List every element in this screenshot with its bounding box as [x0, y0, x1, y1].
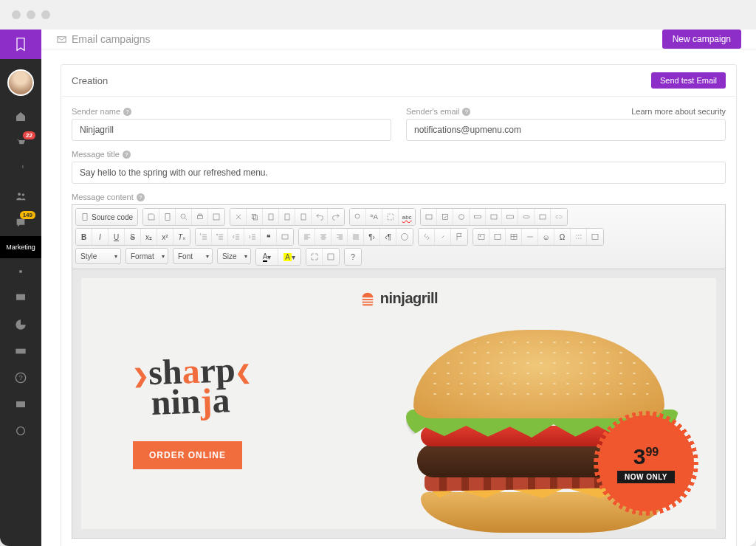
sidebar-item-billing[interactable]	[0, 338, 41, 364]
select-button[interactable]	[502, 209, 518, 225]
outdent-button[interactable]	[228, 229, 244, 245]
paste-button[interactable]	[263, 209, 279, 225]
size-select[interactable]: Size	[217, 248, 251, 264]
bg-color-button[interactable]: A ▾	[278, 249, 300, 265]
ltr-button[interactable]: ¶›	[364, 229, 380, 245]
italic-button[interactable]: I	[92, 229, 109, 245]
sidebar-item-menu[interactable]	[0, 156, 41, 183]
radio-button[interactable]	[453, 209, 470, 225]
indent-button[interactable]	[244, 229, 261, 245]
sidebar-item-home[interactable]	[0, 103, 41, 130]
anchor-button[interactable]	[451, 229, 467, 245]
pagebreak-button[interactable]	[571, 229, 587, 245]
subscript-button[interactable]: x₂	[141, 229, 157, 245]
div-button[interactable]	[277, 229, 293, 245]
align-center-button[interactable]	[315, 229, 331, 245]
message-title-input[interactable]	[72, 162, 726, 184]
paste-word-button[interactable]	[295, 209, 312, 225]
help-icon[interactable]: ?	[462, 108, 470, 116]
sidebar-item-marketing[interactable]: Marketing	[0, 236, 41, 258]
svg-rect-28	[491, 215, 497, 219]
svg-rect-24	[426, 215, 432, 219]
undo-button[interactable]	[312, 209, 328, 225]
unlink-button[interactable]	[435, 229, 451, 245]
clear-format-button[interactable]: Tₓ	[173, 229, 190, 245]
align-right-button[interactable]	[331, 229, 348, 245]
image-button-button[interactable]	[535, 209, 551, 225]
sidebar-item-inbox[interactable]	[0, 391, 41, 418]
superscript-button[interactable]: x²	[157, 229, 173, 245]
paste-text-button[interactable]	[279, 209, 295, 225]
security-link[interactable]: Learn more about security	[631, 107, 726, 116]
blocks-icon	[326, 252, 335, 261]
hidden-button[interactable]	[551, 209, 567, 225]
maximize-button[interactable]	[306, 249, 323, 265]
rtl-button[interactable]: ‹¶	[380, 229, 396, 245]
traffic-light-min[interactable]	[27, 10, 35, 19]
blocks-button[interactable]	[323, 249, 339, 265]
strike-button[interactable]: S	[125, 229, 141, 245]
traffic-light-max[interactable]	[41, 10, 50, 19]
replace-button[interactable]: ᵇA	[366, 209, 382, 225]
special-char-button[interactable]: Ω	[554, 229, 571, 245]
save-button[interactable]	[143, 209, 159, 225]
selectall-button[interactable]	[382, 209, 399, 225]
button-button[interactable]	[518, 209, 535, 225]
avatar[interactable]	[7, 69, 34, 96]
sidebar-item-reports[interactable]	[0, 311, 41, 338]
spellcheck-button[interactable]: abc	[399, 209, 415, 225]
sender-email-input[interactable]	[406, 119, 726, 141]
style-select[interactable]: Style	[75, 248, 121, 264]
about-button[interactable]: ?	[345, 249, 361, 265]
flash-button[interactable]	[489, 229, 506, 245]
sidebar-item-settings[interactable]	[0, 258, 41, 285]
underline-button[interactable]: U	[109, 229, 125, 245]
order-online-button[interactable]: ORDER ONLINE	[133, 441, 242, 469]
send-test-button[interactable]: Send test Email	[651, 72, 726, 89]
bold-button[interactable]: B	[76, 229, 92, 245]
sidebar-logo[interactable]	[0, 30, 41, 59]
iframe-button[interactable]	[587, 229, 603, 245]
textarea-button[interactable]	[486, 209, 502, 225]
help-icon[interactable]: ?	[123, 151, 131, 159]
align-left-button[interactable]	[299, 229, 315, 245]
sidebar-item-users[interactable]	[0, 183, 41, 210]
justify-button[interactable]	[348, 229, 364, 245]
preview-button[interactable]	[176, 209, 192, 225]
hr-button[interactable]	[522, 229, 538, 245]
new-doc-button[interactable]	[159, 209, 176, 225]
find-button[interactable]	[350, 209, 366, 225]
sidebar-item-chat[interactable]: 149	[0, 210, 41, 236]
image-button[interactable]	[473, 229, 489, 245]
blockquote-button[interactable]: ❝	[261, 229, 277, 245]
sidebar-item-other[interactable]	[0, 418, 41, 444]
copy-button[interactable]	[247, 209, 263, 225]
help-icon[interactable]: ?	[123, 108, 131, 116]
sender-name-input[interactable]	[72, 119, 391, 141]
source-code-button[interactable]: Source code	[76, 209, 137, 225]
ul-button[interactable]	[212, 229, 228, 245]
template-button[interactable]	[208, 209, 224, 225]
sidebar-item-display[interactable]	[0, 285, 41, 311]
align-right-icon	[335, 232, 344, 241]
link-button[interactable]	[419, 229, 435, 245]
ol-button[interactable]: 1	[196, 229, 212, 245]
smiley-button[interactable]: ☺	[538, 229, 554, 245]
cut-button[interactable]	[230, 209, 247, 225]
format-select[interactable]: Format	[126, 248, 168, 264]
traffic-light-close[interactable]	[12, 10, 21, 19]
help-icon[interactable]: ?	[137, 193, 145, 201]
sidebar-item-help[interactable]: ?	[0, 364, 41, 391]
language-button[interactable]	[396, 229, 413, 245]
table-button[interactable]	[506, 229, 522, 245]
sidebar-item-cart[interactable]: 22	[0, 130, 41, 156]
redo-button[interactable]	[328, 209, 344, 225]
new-campaign-button[interactable]: New campaign	[662, 30, 741, 49]
font-select[interactable]: Font	[173, 248, 213, 264]
print-button[interactable]	[192, 209, 208, 225]
text-color-button[interactable]: A ▾	[256, 249, 278, 265]
checkbox-button[interactable]	[437, 209, 453, 225]
textfield-button[interactable]	[470, 209, 486, 225]
editor-canvas[interactable]: ninjagrill ❯sharp❮ ninja	[72, 269, 726, 539]
form-button[interactable]	[421, 209, 437, 225]
